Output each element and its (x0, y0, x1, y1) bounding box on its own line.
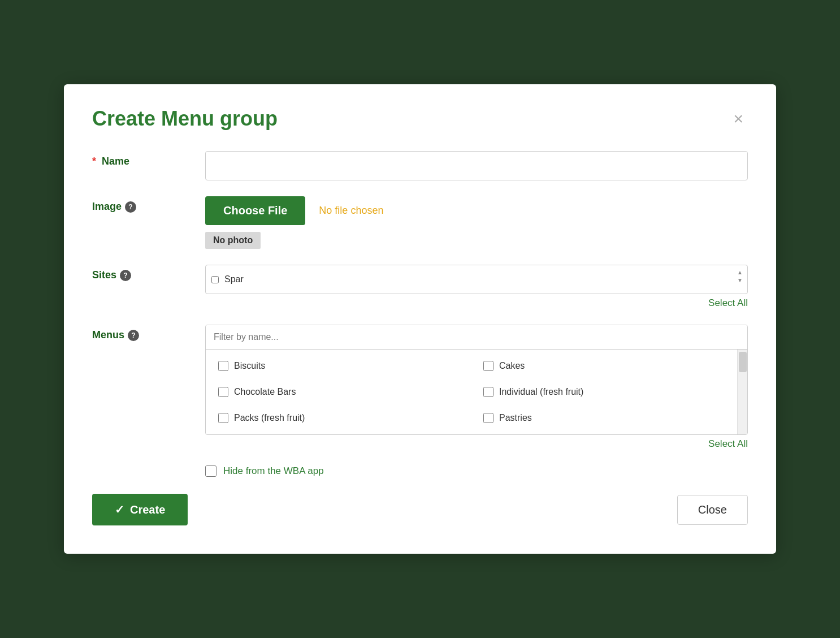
sites-scroll-arrows: ▲ ▼ (737, 269, 743, 284)
image-file-row: Choose File No file chosen (205, 196, 748, 225)
pastries-item: Pastries (483, 413, 735, 423)
chocolate-bars-item: Chocolate Bars (218, 387, 470, 397)
chocolate-bars-checkbox[interactable] (218, 387, 228, 397)
create-button-label: Create (130, 503, 165, 516)
menus-grid-cell: Chocolate Bars (211, 381, 477, 403)
packs-fresh-fruit-item: Packs (fresh fruit) (218, 413, 470, 423)
biscuits-item: Biscuits (218, 361, 470, 371)
menus-grid-cell: Biscuits (211, 355, 477, 377)
spar-label: Spar (224, 274, 244, 284)
name-label-text: Name (102, 156, 129, 167)
sites-control-wrap: Spar ▲ ▼ Select All (205, 265, 748, 309)
create-checkmark-icon: ✓ (115, 503, 124, 516)
sites-select-all-link[interactable]: Select All (205, 298, 748, 309)
menus-label: Menus ? (92, 325, 205, 341)
biscuits-checkbox[interactable] (218, 361, 228, 371)
hide-wba-checkbox[interactable] (205, 465, 217, 477)
individual-fresh-fruit-checkbox[interactable] (483, 387, 493, 397)
menus-control-wrap: Biscuits Cakes (205, 325, 748, 450)
menus-grid-cell: Individual (fresh fruit) (477, 381, 742, 403)
sites-listbox[interactable]: Spar ▲ ▼ (205, 265, 748, 294)
create-menu-group-modal: Create Menu group × * Name Image ? Choos… (64, 84, 776, 554)
required-star: * (92, 156, 96, 167)
individual-fresh-fruit-label: Individual (fresh fruit) (499, 387, 583, 397)
packs-fresh-fruit-checkbox[interactable] (218, 413, 228, 423)
scroll-up-arrow[interactable]: ▲ (737, 269, 743, 277)
modal-header: Create Menu group × (92, 107, 748, 131)
name-label: * Name (92, 151, 205, 167)
sites-help-icon[interactable]: ? (120, 270, 131, 281)
create-button[interactable]: ✓ Create (92, 494, 188, 525)
menus-grid-cell: Cakes (477, 355, 742, 377)
menus-scrollbar[interactable] (737, 350, 747, 434)
sites-row: Sites ? Spar ▲ ▼ Select All (92, 265, 748, 309)
menus-filter-input[interactable] (206, 325, 747, 350)
name-field-wrap (205, 151, 748, 180)
hide-wba-row: Hide from the WBA app (205, 465, 748, 477)
cakes-item: Cakes (483, 361, 735, 371)
menus-label-text: Menus (92, 329, 124, 341)
no-file-text: No file chosen (319, 205, 383, 217)
image-help-icon[interactable]: ? (125, 201, 136, 213)
menus-scroll-area: Biscuits Cakes (206, 350, 747, 434)
modal-close-button[interactable]: × (729, 108, 748, 130)
cakes-label: Cakes (499, 361, 525, 371)
menus-help-icon[interactable]: ? (128, 330, 139, 341)
hide-wba-label[interactable]: Hide from the WBA app (223, 465, 324, 477)
image-label: Image ? (92, 196, 205, 213)
menus-grid-cell: Pastries (477, 407, 742, 429)
sites-listbox-inner: Spar (211, 274, 742, 284)
menus-box: Biscuits Cakes (205, 325, 748, 435)
menus-grid-cell: Packs (fresh fruit) (211, 407, 477, 429)
scroll-down-arrow[interactable]: ▼ (737, 277, 743, 284)
packs-fresh-fruit-label: Packs (fresh fruit) (234, 413, 305, 423)
pastries-label: Pastries (499, 413, 532, 423)
modal-overlay: Create Menu group × * Name Image ? Choos… (0, 0, 840, 638)
menus-grid: Biscuits Cakes (206, 350, 747, 434)
name-row: * Name (92, 151, 748, 180)
menus-scroll-thumb (739, 352, 747, 372)
cakes-checkbox[interactable] (483, 361, 493, 371)
image-label-text: Image (92, 201, 122, 213)
choose-file-button[interactable]: Choose File (205, 196, 305, 225)
image-row: Image ? Choose File No file chosen No ph… (92, 196, 748, 249)
no-photo-box: No photo (205, 232, 261, 249)
modal-title: Create Menu group (92, 107, 278, 131)
sites-label-text: Sites (92, 269, 116, 281)
sites-select-wrap: Spar ▲ ▼ Select All (205, 265, 748, 309)
spar-checkbox[interactable] (211, 276, 219, 283)
name-input[interactable] (205, 151, 748, 180)
image-control-wrap: Choose File No file chosen No photo (205, 196, 748, 249)
menus-row: Menus ? Biscuits (92, 325, 748, 450)
close-button[interactable]: Close (677, 495, 748, 525)
footer-row: ✓ Create Close (92, 494, 748, 525)
menus-select-all-link[interactable]: Select All (205, 438, 748, 450)
individual-fresh-fruit-item: Individual (fresh fruit) (483, 387, 735, 397)
biscuits-label: Biscuits (234, 361, 265, 371)
chocolate-bars-label: Chocolate Bars (234, 387, 296, 397)
pastries-checkbox[interactable] (483, 413, 493, 423)
sites-label: Sites ? (92, 265, 205, 281)
